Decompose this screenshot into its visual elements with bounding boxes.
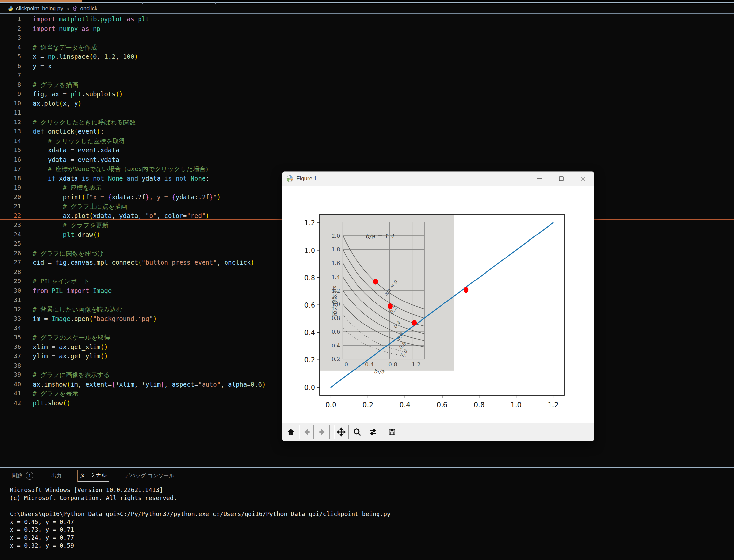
- line-number: 7: [0, 71, 21, 80]
- terminal-output[interactable]: Microsoft Windows [Version 10.0.22621.14…: [0, 486, 734, 550]
- tab-terminal[interactable]: ターミナル: [78, 470, 109, 482]
- maximize-button[interactable]: [550, 172, 572, 186]
- code-line[interactable]: 16 ydata = event.ydata: [0, 155, 734, 165]
- breadcrumb-file[interactable]: clickpoint_being.py: [16, 5, 63, 12]
- line-number: 29: [0, 277, 21, 286]
- svg-text:0.0: 0.0: [304, 384, 315, 392]
- line-number: 38: [0, 361, 21, 370]
- line-number: 6: [0, 61, 21, 71]
- svg-text:1.0: 1.0: [511, 401, 522, 409]
- problems-count-badge: 1: [26, 472, 33, 480]
- line-number: 5: [0, 52, 21, 61]
- bottom-panel: 問題 1 出力 ターミナル デバッグ コンソール Microsoft Windo…: [0, 468, 734, 560]
- figure-canvas[interactable]: 2.01.81.61.41.21.00.80.60.40.200.40.81.2…: [282, 186, 594, 423]
- svg-text:0: 0: [345, 361, 348, 368]
- breadcrumb-divider: [0, 13, 734, 14]
- line-number: 26: [0, 249, 21, 258]
- matplotlib-figure-window[interactable]: Figure 1 2.01.81.61.41.21.00.80.60.40.20…: [282, 171, 594, 441]
- code-line[interactable]: 14 # クリックした座標を取得: [0, 136, 734, 146]
- svg-text:0.4: 0.4: [332, 342, 341, 349]
- configure-subplots-button[interactable]: [366, 425, 380, 439]
- line-number: 23: [0, 220, 21, 230]
- svg-text:2.0: 2.0: [332, 233, 341, 239]
- tab-output[interactable]: 出力: [49, 470, 64, 481]
- line-number: 31: [0, 295, 21, 305]
- code-line[interactable]: 7: [0, 71, 734, 80]
- svg-text:0.4: 0.4: [304, 329, 315, 337]
- toolbar-separator: [380, 425, 383, 439]
- line-number: 37: [0, 351, 21, 361]
- line-number: 16: [0, 155, 21, 165]
- figure-toolbar: [282, 423, 594, 441]
- code-line[interactable]: 11: [0, 108, 734, 118]
- svg-text:1.2: 1.2: [304, 219, 315, 227]
- line-number: 14: [0, 136, 21, 146]
- tab-problems[interactable]: 問題 1: [10, 470, 35, 481]
- svg-text:1.2: 1.2: [547, 401, 558, 409]
- svg-text:0.4: 0.4: [365, 361, 374, 368]
- line-number: 13: [0, 127, 21, 136]
- back-button[interactable]: [300, 425, 314, 439]
- forward-button[interactable]: [315, 425, 330, 439]
- code-line[interactable]: 3: [0, 33, 734, 43]
- code-line[interactable]: 2import numpy as np: [0, 24, 734, 34]
- matplotlib-logo-icon: [286, 175, 294, 182]
- line-number: 24: [0, 230, 21, 239]
- close-button[interactable]: [572, 172, 594, 186]
- breadcrumb-symbol[interactable]: onclick: [80, 5, 97, 12]
- line-number: 4: [0, 43, 21, 52]
- svg-text:1.4: 1.4: [332, 274, 341, 280]
- minimize-button[interactable]: [529, 172, 550, 186]
- breadcrumb: clickpoint_being.py > onclick: [0, 4, 734, 13]
- line-number: 40: [0, 380, 21, 389]
- save-button[interactable]: [385, 425, 399, 439]
- code-line[interactable]: 13def onclick(event):: [0, 127, 734, 136]
- tab-bar-cropped: [0, 0, 734, 4]
- python-file-icon: [8, 6, 13, 11]
- code-line[interactable]: 9fig, ax = plt.subplots(): [0, 89, 734, 99]
- svg-text:0.8: 0.8: [474, 401, 484, 409]
- code-line[interactable]: 6y = x: [0, 61, 734, 71]
- line-number: 12: [0, 118, 21, 127]
- svg-text:0.8: 0.8: [304, 274, 315, 282]
- line-number: 35: [0, 333, 21, 342]
- chevron-right-icon: >: [67, 6, 70, 11]
- line-number: 39: [0, 370, 21, 380]
- line-number: 33: [0, 314, 21, 324]
- tab-debug-console-label: デバッグ コンソール: [125, 472, 174, 479]
- code-line[interactable]: 4# 適当なデータを作成: [0, 43, 734, 52]
- code-line[interactable]: 10ax.plot(x, y): [0, 99, 734, 108]
- line-number: 30: [0, 286, 21, 296]
- svg-text:1.6: 1.6: [332, 260, 341, 266]
- pan-button[interactable]: [334, 425, 349, 439]
- svg-text:b₁/a: b₁/a: [373, 368, 385, 375]
- toolbar-separator: [330, 425, 333, 439]
- line-number: 11: [0, 108, 21, 118]
- line-number: 28: [0, 267, 21, 277]
- svg-text:1.0: 1.0: [304, 247, 315, 255]
- code-line[interactable]: 1import matplotlib.pyplot as plt: [0, 14, 734, 24]
- line-number: 42: [0, 398, 21, 408]
- svg-text:1.8: 1.8: [332, 246, 341, 253]
- svg-text:0.2: 0.2: [363, 401, 373, 409]
- line-number: 27: [0, 258, 21, 267]
- tab-debug-console[interactable]: デバッグ コンソール: [123, 470, 176, 481]
- figure-title-bar[interactable]: Figure 1: [282, 172, 594, 186]
- panel-tab-bar: 問題 1 出力 ターミナル デバッグ コンソール: [0, 468, 734, 483]
- tab-problems-label: 問題: [12, 472, 22, 479]
- line-number: 20: [0, 192, 21, 202]
- zoom-button[interactable]: [350, 425, 365, 439]
- code-line[interactable]: 5x = np.linspace(0, 1.2, 100): [0, 52, 734, 61]
- line-number: 8: [0, 80, 21, 90]
- svg-text:0.6: 0.6: [304, 302, 315, 309]
- code-line[interactable]: 12# クリックしたときに呼ばれる関数: [0, 118, 734, 127]
- line-number: 10: [0, 99, 21, 108]
- active-tab-top-border: [0, 0, 82, 2]
- home-button[interactable]: [284, 425, 298, 439]
- indent-guide: [48, 136, 48, 239]
- svg-text:0.2: 0.2: [304, 356, 315, 364]
- svg-text:0.6: 0.6: [332, 328, 341, 335]
- line-number: 36: [0, 342, 21, 352]
- code-line[interactable]: 15 xdata = event.xdata: [0, 146, 734, 155]
- code-line[interactable]: 8# グラフを描画: [0, 80, 734, 90]
